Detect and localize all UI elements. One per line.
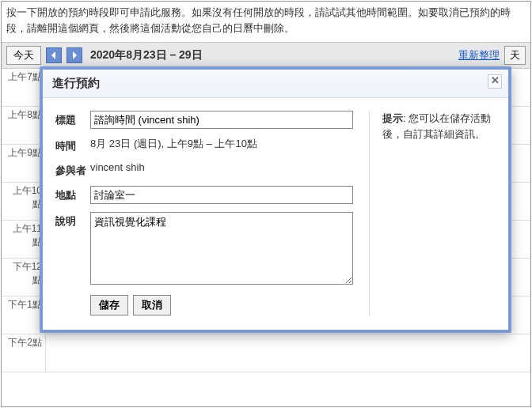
save-button[interactable]: 儲存 [90, 295, 128, 315]
label-attendee: 參與者 [55, 161, 90, 178]
attendee-value: vincent shih [90, 161, 353, 173]
label-title: 標題 [55, 111, 90, 127]
desc-textarea[interactable] [90, 212, 353, 285]
label-location: 地點 [55, 186, 90, 202]
label-time: 時間 [55, 137, 90, 153]
hint-label: 提示 [382, 112, 403, 124]
modal-overlay: 進行預約 ✕ 標題 時間 8月 23日 (週日), 上午9點 – 上午10點 參… [0, 0, 532, 408]
location-input[interactable] [90, 186, 353, 204]
modal-header: 進行預約 ✕ [43, 70, 508, 98]
cancel-button[interactable]: 取消 [133, 295, 171, 315]
close-button[interactable]: ✕ [488, 74, 502, 89]
hint-column: 提示: 您可以在儲存活動後，自訂其詳細資訊。 [369, 111, 496, 315]
appointment-modal: 進行預約 ✕ 標題 時間 8月 23日 (週日), 上午9點 – 上午10點 參… [40, 66, 511, 333]
time-value: 8月 23日 (週日), 上午9點 – 上午10點 [90, 137, 353, 151]
title-input[interactable] [90, 111, 353, 129]
close-icon: ✕ [491, 74, 500, 86]
label-desc: 說明 [55, 212, 90, 229]
modal-title: 進行預約 [52, 76, 100, 89]
